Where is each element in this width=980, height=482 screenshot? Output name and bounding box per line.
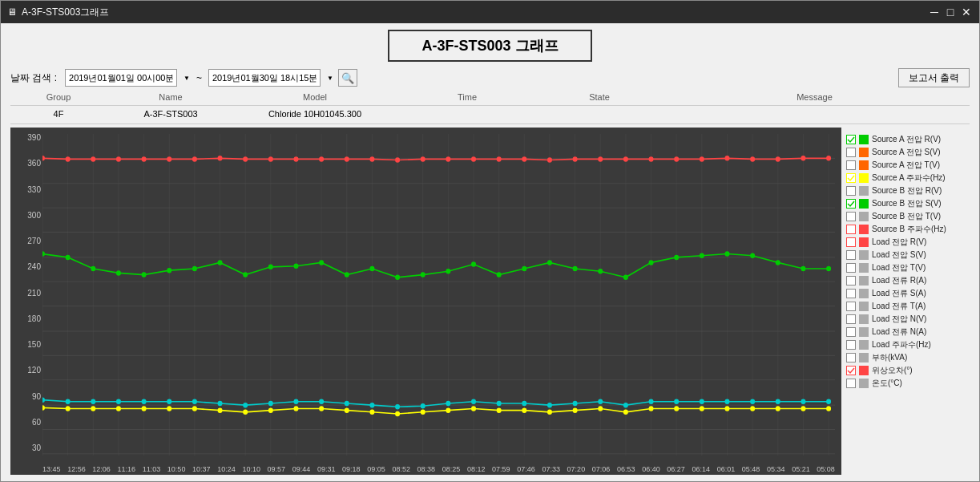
svg-point-154: [319, 406, 324, 411]
chart-container: 390 360 330 300 270 240 210 180 150 120 …: [10, 128, 841, 475]
maximize-button[interactable]: □: [944, 6, 957, 18]
svg-point-121: [294, 399, 299, 405]
svg-point-80: [66, 255, 71, 261]
legend-check-source-b-r[interactable]: [846, 186, 856, 196]
col-header-state: State: [539, 92, 659, 102]
svg-point-92: [369, 266, 374, 272]
legend-check-load-current-r[interactable]: [846, 276, 856, 286]
legend-item-load-n-a[interactable]: Load 전류 N(A): [846, 326, 965, 338]
svg-point-74: [725, 156, 730, 161]
legend-item-source-b-t[interactable]: Source B 전압 T(V): [846, 211, 965, 222]
svg-point-99: [547, 260, 552, 265]
info-value-row: 4F A-3F-STS003 Chloride 10H01045.300: [10, 109, 970, 124]
svg-point-113: [91, 399, 95, 405]
x-label-6: 10:37: [192, 465, 211, 473]
legend-item-source-b-s[interactable]: Source B 전압 S(V): [846, 198, 965, 209]
svg-point-135: [649, 399, 654, 405]
svg-point-106: [725, 251, 730, 257]
legend-check-source-b-t[interactable]: [846, 212, 856, 221]
legend-check-source-a-r[interactable]: [846, 135, 856, 144]
legend-check-load-current-s[interactable]: [846, 289, 856, 298]
x-label-28: 05:48: [742, 465, 760, 473]
legend-check-load-r[interactable]: [846, 237, 856, 247]
legend-color-source-a-r: [859, 135, 869, 144]
close-button[interactable]: ✕: [960, 6, 973, 18]
legend-item-source-a-hz[interactable]: Source A 주파수(Hz): [846, 172, 965, 184]
date-from-input[interactable]: [65, 69, 177, 87]
legend-item-load-r[interactable]: Load 전압 R(V): [846, 237, 965, 248]
svg-point-110: [826, 266, 831, 272]
svg-point-107: [750, 253, 755, 258]
legend-item-load-hz[interactable]: Load 주파수(Hz): [846, 339, 965, 350]
x-label-17: 08:12: [467, 465, 486, 473]
legend-item-load-t[interactable]: Load 전압 T(V): [846, 262, 965, 273]
legend-check-load-hz[interactable]: [846, 340, 856, 350]
legend-item-source-b-r[interactable]: Source B 전압 R(V): [846, 185, 965, 196]
x-label-30: 05:21: [792, 465, 810, 473]
svg-point-165: [598, 406, 603, 411]
legend-item-temperature[interactable]: 온도(°C): [846, 378, 965, 389]
legend-check-load-current-t[interactable]: [846, 302, 856, 311]
svg-point-169: [700, 406, 704, 411]
svg-point-112: [66, 399, 71, 405]
legend-check-load-kva[interactable]: [846, 353, 856, 363]
legend-item-source-a-s[interactable]: Source A 전압 S(V): [846, 147, 965, 158]
legend-check-phase-error[interactable]: [846, 366, 856, 375]
legend-check-load-n-a[interactable]: [846, 327, 856, 337]
svg-point-109: [801, 266, 805, 272]
legend-item-load-s[interactable]: Load 전압 S(V): [846, 249, 965, 261]
info-state: [539, 109, 659, 119]
y-label-120: 120: [27, 367, 41, 375]
y-axis: 390 360 330 300 270 240 210 180 150 120 …: [14, 134, 41, 452]
svg-point-133: [598, 399, 603, 405]
x-label-8: 10:10: [242, 465, 260, 473]
legend-item-source-a-r[interactable]: Source A 전압 R(V): [846, 134, 965, 145]
legend-item-load-current-r[interactable]: Load 전류 R(A): [846, 275, 965, 286]
x-label-3: 11:16: [118, 465, 136, 473]
date-to-dropdown-icon[interactable]: ▼: [327, 75, 333, 82]
legend-item-load-current-s[interactable]: Load 전류 S(A): [846, 288, 965, 299]
legend-check-source-a-hz[interactable]: [846, 173, 856, 183]
info-message: [659, 109, 970, 119]
legend-item-load-current-t[interactable]: Load 전류 T(A): [846, 301, 965, 312]
legend-item-load-n-v[interactable]: Load 전압 N(V): [846, 314, 965, 325]
svg-point-104: [674, 255, 679, 261]
legend-item-load-kva[interactable]: 부하(kVA): [846, 352, 965, 363]
legend-check-load-n-v[interactable]: [846, 314, 856, 324]
minimize-button[interactable]: ─: [928, 6, 941, 18]
legend-label-load-kva: 부하(kVA): [872, 352, 907, 363]
legend-check-source-a-t[interactable]: [846, 160, 856, 170]
svg-point-49: [91, 156, 95, 162]
svg-point-85: [192, 266, 197, 272]
svg-point-145: [91, 406, 95, 411]
legend-item-source-a-t[interactable]: Source A 전압 T(V): [846, 160, 965, 171]
report-button[interactable]: 보고서 출력: [898, 68, 970, 87]
x-label-31: 05:08: [817, 465, 835, 473]
y-label-240: 240: [27, 263, 41, 271]
legend-check-source-a-s[interactable]: [846, 148, 856, 157]
svg-point-159: [446, 407, 450, 413]
svg-point-65: [497, 156, 502, 162]
svg-point-173: [801, 406, 805, 411]
legend-color-source-a-t: [859, 160, 869, 170]
date-to-input[interactable]: [208, 69, 321, 87]
svg-point-91: [345, 272, 349, 277]
x-label-7: 10:24: [217, 465, 236, 473]
date-from-dropdown-icon[interactable]: ▼: [183, 75, 190, 82]
legend-item-phase-error[interactable]: 위상오차(°): [846, 365, 965, 376]
legend-check-load-t[interactable]: [846, 263, 856, 273]
legend-check-load-s[interactable]: [846, 250, 856, 260]
legend-label-source-a-t: Source A 전압 T(V): [872, 160, 940, 171]
svg-point-48: [66, 156, 71, 162]
legend-check-temperature[interactable]: [846, 379, 856, 388]
legend-label-source-a-r: Source A 전압 R(V): [872, 134, 941, 145]
info-header-row: Group Name Model Time State Message: [10, 92, 970, 106]
legend-check-source-b-s[interactable]: [846, 199, 856, 209]
search-button[interactable]: 🔍: [338, 69, 357, 87]
legend-label-load-current-r: Load 전류 R(A): [872, 275, 926, 286]
svg-point-95: [446, 269, 450, 274]
svg-point-163: [547, 410, 552, 415]
legend-check-source-b-hz[interactable]: [846, 225, 856, 234]
svg-point-167: [649, 406, 654, 411]
legend-item-source-b-hz[interactable]: Source B 주파수(Hz): [846, 224, 965, 235]
